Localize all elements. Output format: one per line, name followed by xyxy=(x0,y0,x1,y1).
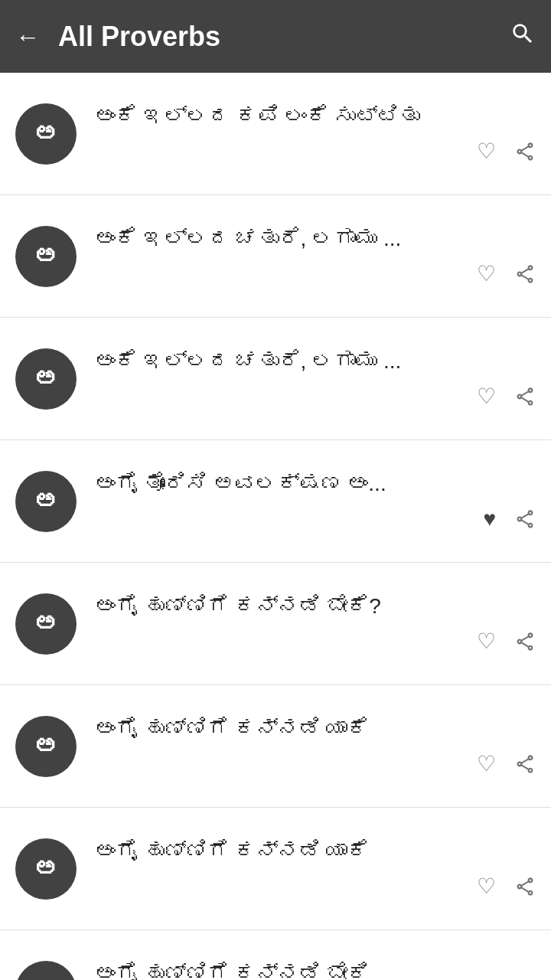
item-content: ಅಂಗೈ ತೋರಿಸಿ ಅವಲಕ್ಷಣ ಅಂ... ♥ xyxy=(95,469,536,533)
avatar: ಅ xyxy=(15,471,77,532)
list-item: ಅ ಅಂಕೆ ಇಲ್ಲದ ಕಪಿ ಲಂಕೆ ಸುಟ್ಟಿತು ♡ xyxy=(0,73,551,195)
list-item: ಅ ಅಂಗೈ ಹುಣ್ಣಿಗೆ ಕನ್ನಡಿ ಯಾಕೆ ♡ xyxy=(0,685,551,808)
page-title: All Proverbs xyxy=(58,21,510,53)
proverb-text: ಅಂಕೆ ಇಲ್ಲದ ಚತುರೆ, ಲಗಾಮು ... xyxy=(95,346,536,376)
share-button[interactable] xyxy=(514,876,536,901)
list-item: ಅ ಅಂಕೆ ಇಲ್ಲದ ಚತುರೆ, ಲಗಾಮು ... ♡ xyxy=(0,195,551,318)
avatar-letter: ಅ xyxy=(34,242,58,270)
list-item: ಅ ಅಂಗೈ ಹುಣ್ಣಿಗೆ ಕನ್ನಡಿ ಬೇಕಿ ♡ xyxy=(0,930,551,980)
list-item: ಅ ಅಂಕೆ ಇಲ್ಲದ ಚತುರೆ, ಲಗಾಮು ... ♡ xyxy=(0,318,551,440)
item-actions: ♡ xyxy=(95,141,536,166)
list-item: ಅ ಅಂಗೈ ಹುಣ್ಣಿಗೆ ಕನ್ನಡಿ ಯಾಕೆ ♡ xyxy=(0,808,551,930)
share-button[interactable] xyxy=(514,141,536,166)
item-content: ಅಂಗೈ ಹುಣ್ಣಿಗೆ ಕನ್ನಡಿ ಯಾಕೆ ♡ xyxy=(95,714,536,778)
proverb-text: ಅಂಗೈ ಹುಣ್ಣಿಗೆ ಕನ್ನಡಿ ಬೇಕಿ xyxy=(95,959,536,980)
item-content: ಅಂಗೈ ಹುಣ್ಣಿಗೆ ಕನ್ನಡಿ ಬೇಕಿ ♡ xyxy=(95,959,536,980)
item-actions: ♥ xyxy=(95,508,536,534)
avatar: ಅ xyxy=(15,348,77,410)
search-button[interactable] xyxy=(510,21,536,52)
avatar-letter: ಅ xyxy=(34,609,58,638)
avatar: ಅ xyxy=(15,961,77,981)
share-button[interactable] xyxy=(514,631,536,656)
list-item: ಅ ಅಂಗೈ ಹುಣ್ಣಿಗೆ ಕನ್ನಡಿ ಬೇಕೆ? ♡ xyxy=(0,563,551,685)
back-button[interactable]: ← xyxy=(15,24,40,49)
like-button[interactable]: ♡ xyxy=(477,631,496,656)
proverb-text: ಅಂಗೈ ಹುಣ್ಣಿಗೆ ಕನ್ನಡಿ ಯಾಕೆ xyxy=(95,714,536,743)
item-actions: ♡ xyxy=(95,753,536,779)
proverb-text: ಅಂಗೈ ತೋರಿಸಿ ಅವಲಕ್ಷಣ ಅಂ... xyxy=(95,469,536,498)
item-actions: ♡ xyxy=(95,876,536,901)
avatar-letter: ಅ xyxy=(34,119,58,148)
item-content: ಅಂಕೆ ಇಲ್ಲದ ಕಪಿ ಲಂಕೆ ಸುಟ್ಟಿತು ♡ xyxy=(95,101,536,165)
item-content: ಅಂಗೈ ಹುಣ್ಣಿಗೆ ಕನ್ನಡಿ ಬೇಕೆ? ♡ xyxy=(95,591,536,655)
like-button[interactable]: ♡ xyxy=(477,753,496,779)
avatar-letter: ಅ xyxy=(34,487,58,515)
avatar-letter: ಅ xyxy=(34,854,58,883)
avatar-letter: ಅ xyxy=(34,732,58,760)
share-button[interactable] xyxy=(514,263,536,289)
proverb-text: ಅಂಗೈ ಹುಣ್ಣಿಗೆ ಕನ್ನಡಿ ಯಾಕೆ xyxy=(95,836,536,866)
like-button[interactable]: ♡ xyxy=(477,141,496,166)
item-content: ಅಂಕೆ ಇಲ್ಲದ ಚತುರೆ, ಲಗಾಮು ... ♡ xyxy=(95,224,536,288)
proverbs-list: ಅ ಅಂಕೆ ಇಲ್ಲದ ಕಪಿ ಲಂಕೆ ಸುಟ್ಟಿತು ♡ ಅ xyxy=(0,73,551,980)
item-actions: ♡ xyxy=(95,263,536,289)
avatar: ಅ xyxy=(15,593,77,655)
item-content: ಅಂಕೆ ಇಲ್ಲದ ಚತುರೆ, ಲಗಾಮು ... ♡ xyxy=(95,346,536,410)
app-header: ← All Proverbs xyxy=(0,0,551,73)
avatar: ಅ xyxy=(15,838,77,900)
share-button[interactable] xyxy=(514,753,536,779)
like-button[interactable]: ♡ xyxy=(477,386,496,411)
proverb-text: ಅಂಕೆ ಇಲ್ಲದ ಕಪಿ ಲಂಕೆ ಸುಟ್ಟಿತು xyxy=(95,101,536,131)
proverb-text: ಅಂಗೈ ಹುಣ್ಣಿಗೆ ಕನ್ನಡಿ ಬೇಕೆ? xyxy=(95,591,536,621)
share-button[interactable] xyxy=(514,386,536,411)
share-button[interactable] xyxy=(514,508,536,534)
proverb-text: ಅಂಕೆ ಇಲ್ಲದ ಚತುರೆ, ಲಗಾಮು ... xyxy=(95,224,536,253)
avatar: ಅ xyxy=(15,226,77,287)
item-actions: ♡ xyxy=(95,631,536,656)
avatar-letter: ಅ xyxy=(34,977,58,980)
like-button[interactable]: ♡ xyxy=(477,263,496,289)
like-button[interactable]: ♡ xyxy=(477,876,496,901)
item-actions: ♡ xyxy=(95,386,536,411)
avatar: ಅ xyxy=(15,103,77,165)
list-item: ಅ ಅಂಗೈ ತೋರಿಸಿ ಅವಲಕ್ಷಣ ಅಂ... ♥ xyxy=(0,440,551,563)
avatar: ಅ xyxy=(15,716,77,777)
like-button[interactable]: ♥ xyxy=(483,508,496,534)
avatar-letter: ಅ xyxy=(34,364,58,393)
item-content: ಅಂಗೈ ಹುಣ್ಣಿಗೆ ಕನ್ನಡಿ ಯಾಕೆ ♡ xyxy=(95,836,536,900)
